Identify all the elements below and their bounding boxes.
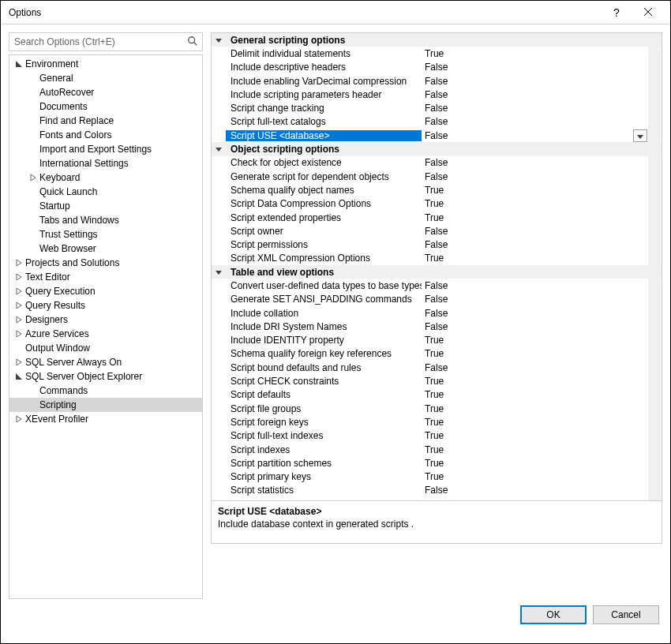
property-value[interactable]: False: [422, 239, 662, 250]
property-row[interactable]: Include descriptive headersFalse: [212, 61, 662, 74]
property-row[interactable]: Script extended propertiesTrue: [212, 211, 662, 224]
property-value[interactable]: True: [422, 417, 662, 428]
property-grid[interactable]: General scripting optionsDelimit individ…: [212, 33, 662, 500]
tree-item[interactable]: Startup: [9, 199, 202, 213]
property-value[interactable]: True: [422, 48, 662, 59]
tree-item[interactable]: Query Execution: [9, 284, 202, 298]
property-row[interactable]: Script full-text catalogsFalse: [212, 115, 662, 129]
property-row[interactable]: Script partition schemesTrue: [212, 456, 662, 470]
property-value[interactable]: True: [422, 212, 662, 223]
property-value[interactable]: True: [422, 389, 662, 400]
property-row[interactable]: Script triggersFalse: [212, 497, 662, 500]
tree-item[interactable]: Trust Settings: [9, 227, 202, 242]
property-row[interactable]: Generate SET ANSI_PADDING commandsFalse: [212, 293, 662, 306]
chevron-collapsed-icon[interactable]: [14, 272, 24, 282]
property-row[interactable]: Script ownerFalse: [212, 224, 662, 238]
cancel-button[interactable]: Cancel: [593, 605, 659, 624]
options-tree[interactable]: EnvironmentGeneralAutoRecoverDocumentsFi…: [9, 54, 203, 599]
chevron-down-icon[interactable]: [212, 146, 226, 152]
property-value[interactable]: True: [422, 444, 662, 455]
tree-item[interactable]: Keyboard: [9, 170, 202, 185]
tree-item[interactable]: Scripting: [9, 398, 202, 412]
property-row[interactable]: Script permissionsFalse: [212, 238, 662, 251]
property-value[interactable]: True: [422, 430, 662, 441]
chevron-down-icon[interactable]: [212, 269, 226, 275]
tree-item[interactable]: Text Editor: [9, 270, 202, 284]
property-value[interactable]: False: [422, 171, 662, 182]
property-row[interactable]: Script Data Compression OptionsTrue: [212, 197, 662, 211]
ok-button[interactable]: OK: [520, 605, 587, 624]
tree-item[interactable]: Projects and Solutions: [9, 256, 202, 270]
chevron-expanded-icon[interactable]: [14, 59, 24, 69]
property-value[interactable]: False: [422, 321, 662, 332]
property-row[interactable]: Script statisticsFalse: [212, 484, 662, 497]
property-row[interactable]: Script change trackingFalse: [212, 101, 662, 114]
property-row[interactable]: Script full-text indexesTrue: [212, 429, 662, 443]
property-value[interactable]: False: [422, 280, 662, 291]
property-row[interactable]: Script file groupsTrue: [212, 402, 662, 415]
tree-item[interactable]: Azure Services: [9, 327, 202, 341]
tree-item[interactable]: Designers: [9, 313, 202, 327]
property-row[interactable]: Script foreign keysTrue: [212, 415, 662, 429]
property-value[interactable]: True: [422, 403, 662, 414]
tree-item[interactable]: Environment: [9, 57, 202, 71]
property-value[interactable]: True: [422, 458, 662, 469]
property-value[interactable]: False: [422, 308, 662, 319]
property-value[interactable]: True: [422, 335, 662, 346]
property-value[interactable]: False: [422, 89, 662, 100]
property-row[interactable]: Include collationFalse: [212, 306, 662, 320]
property-row[interactable]: Script bound defaults and rulesFalse: [212, 361, 662, 374]
chevron-collapsed-icon[interactable]: [14, 301, 24, 310]
chevron-expanded-icon[interactable]: [14, 372, 24, 381]
property-row[interactable]: Include DRI System NamesFalse: [212, 320, 662, 333]
tree-item[interactable]: Quick Launch: [9, 185, 202, 199]
help-button[interactable]: ?: [601, 2, 632, 24]
property-value[interactable]: True: [422, 185, 662, 196]
property-value[interactable]: False: [422, 130, 662, 141]
property-value[interactable]: False: [422, 157, 662, 168]
chevron-collapsed-icon[interactable]: [14, 315, 24, 324]
tree-item[interactable]: AutoRecover: [9, 85, 202, 99]
property-value[interactable]: True: [422, 348, 662, 359]
tree-item[interactable]: International Settings: [9, 156, 202, 170]
tree-item[interactable]: XEvent Profiler: [9, 412, 202, 426]
property-value[interactable]: False: [422, 499, 662, 500]
property-value[interactable]: False: [422, 62, 662, 73]
property-value[interactable]: False: [422, 362, 662, 373]
chevron-collapsed-icon[interactable]: [28, 173, 38, 182]
property-row[interactable]: Script CHECK constraintsTrue: [212, 374, 662, 388]
chevron-down-icon[interactable]: [212, 37, 226, 43]
property-row[interactable]: Script primary keysTrue: [212, 470, 662, 484]
property-category[interactable]: Table and view options: [212, 265, 662, 279]
property-row[interactable]: Include enabling VarDecimal compressionF…: [212, 74, 662, 88]
tree-item[interactable]: SQL Server Object Explorer: [9, 369, 202, 384]
property-row[interactable]: Delimit individual statementsTrue: [212, 47, 662, 60]
property-value[interactable]: False: [422, 103, 662, 114]
tree-item[interactable]: Fonts and Colors: [9, 128, 202, 142]
chevron-collapsed-icon[interactable]: [14, 286, 24, 296]
tree-item[interactable]: Documents: [9, 99, 202, 114]
property-value[interactable]: False: [422, 116, 662, 127]
property-row[interactable]: Include IDENTITY propertyTrue: [212, 334, 662, 347]
property-value[interactable]: False: [422, 226, 662, 237]
property-row[interactable]: Include scripting parameters headerFalse: [212, 88, 662, 101]
tree-item[interactable]: SQL Server Always On: [9, 355, 202, 369]
tree-item[interactable]: Tabs and Windows: [9, 213, 202, 227]
property-value[interactable]: False: [422, 294, 662, 305]
property-value[interactable]: True: [422, 198, 662, 209]
property-value[interactable]: False: [422, 485, 662, 496]
property-category[interactable]: General scripting options: [212, 33, 662, 47]
property-row[interactable]: Script defaultsTrue: [212, 388, 662, 402]
property-value[interactable]: True: [422, 253, 662, 264]
property-value[interactable]: True: [422, 471, 662, 482]
property-value[interactable]: False: [422, 76, 662, 87]
property-row[interactable]: Script USE <database>False: [212, 129, 662, 142]
property-row[interactable]: Script indexesTrue: [212, 443, 662, 456]
property-row[interactable]: Schema qualify foreign key referencesTru…: [212, 347, 662, 361]
property-value[interactable]: True: [422, 376, 662, 387]
tree-item[interactable]: Find and Replace: [9, 114, 202, 128]
property-category[interactable]: Object scripting options: [212, 142, 662, 155]
tree-item[interactable]: Import and Export Settings: [9, 142, 202, 156]
property-row[interactable]: Check for object existenceFalse: [212, 156, 662, 170]
property-row[interactable]: Convert user-defined data types to base …: [212, 279, 662, 292]
